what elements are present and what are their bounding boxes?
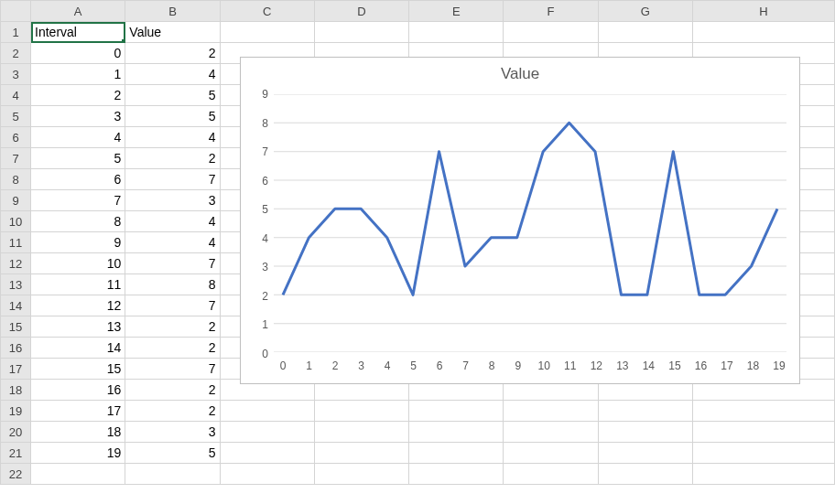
cell-B2[interactable]: 2 [125,43,220,64]
cell-B11[interactable]: 4 [125,232,220,253]
cell-H22[interactable] [693,464,835,485]
cell-C1[interactable] [220,22,314,43]
cell-A22[interactable] [31,464,125,485]
cell-C19[interactable] [220,401,314,422]
cell-A9[interactable]: 7 [31,190,125,211]
row-header-18[interactable]: 18 [1,380,31,401]
row-header-22[interactable]: 22 [1,464,31,485]
cell-G22[interactable] [598,464,692,485]
cell-A10[interactable]: 8 [31,211,125,232]
row-header-1[interactable]: 1 [1,22,31,43]
column-header-E[interactable]: E [409,1,504,22]
cell-F22[interactable] [504,464,598,485]
cell-D21[interactable] [314,443,408,464]
cell-F21[interactable] [504,443,598,464]
row-header-3[interactable]: 3 [1,64,31,85]
cell-A21[interactable]: 19 [31,443,125,464]
cell-G1[interactable] [598,22,692,43]
cell-F19[interactable] [504,401,598,422]
cell-B21[interactable]: 5 [125,443,220,464]
cell-B16[interactable]: 2 [125,338,220,359]
cell-B12[interactable]: 7 [125,253,220,274]
column-header-A[interactable]: A [31,1,125,22]
row-header-8[interactable]: 8 [1,169,31,190]
cell-B1[interactable]: Value [125,22,220,43]
cell-A11[interactable]: 9 [31,232,125,253]
cell-D20[interactable] [314,422,408,443]
cell-A8[interactable]: 6 [31,169,125,190]
row-header-16[interactable]: 16 [1,338,31,359]
cell-E1[interactable] [409,22,504,43]
cell-F1[interactable] [504,22,598,43]
cell-A15[interactable]: 13 [31,316,125,338]
row-header-20[interactable]: 20 [1,422,31,443]
embedded-chart[interactable]: Value 0123456789012345678910111213141516… [240,57,800,384]
row-header-5[interactable]: 5 [1,106,31,127]
cell-G20[interactable] [598,422,692,443]
column-header-B[interactable]: B [125,1,220,22]
column-header-D[interactable]: D [314,1,408,22]
row-header-21[interactable]: 21 [1,443,31,464]
row-header-2[interactable]: 2 [1,43,31,64]
cell-D19[interactable] [314,401,408,422]
row-header-9[interactable]: 9 [1,190,31,211]
cell-A14[interactable]: 12 [31,295,125,316]
cell-A12[interactable]: 10 [31,253,125,274]
cell-B17[interactable]: 7 [125,359,220,380]
column-header-G[interactable]: G [598,1,692,22]
cell-H1[interactable] [693,22,835,43]
cell-D22[interactable] [314,464,408,485]
column-header-F[interactable]: F [504,1,598,22]
cell-G19[interactable] [598,401,692,422]
cell-H21[interactable] [693,443,835,464]
cell-B8[interactable]: 7 [125,169,220,190]
row-header-14[interactable]: 14 [1,295,31,316]
cell-B3[interactable]: 4 [125,64,220,85]
cell-B20[interactable]: 3 [125,422,220,443]
cell-E19[interactable] [409,401,504,422]
cell-E20[interactable] [409,422,504,443]
cell-B10[interactable]: 4 [125,211,220,232]
cell-A19[interactable]: 17 [31,401,125,422]
cell-B15[interactable]: 2 [125,316,220,338]
cell-C21[interactable] [220,443,314,464]
row-header-17[interactable]: 17 [1,359,31,380]
cell-B6[interactable]: 4 [125,127,220,148]
select-all-corner[interactable] [1,1,31,22]
cell-C22[interactable] [220,464,314,485]
cell-A16[interactable]: 14 [31,338,125,359]
column-header-C[interactable]: C [220,1,314,22]
row-header-19[interactable]: 19 [1,401,31,422]
cell-B22[interactable] [125,464,220,485]
cell-H19[interactable] [693,401,835,422]
cell-B14[interactable]: 7 [125,295,220,316]
cell-A5[interactable]: 3 [31,106,125,127]
cell-H20[interactable] [693,422,835,443]
cell-A17[interactable]: 15 [31,359,125,380]
cell-B19[interactable]: 2 [125,401,220,422]
cell-E21[interactable] [409,443,504,464]
cell-B9[interactable]: 3 [125,190,220,211]
row-header-6[interactable]: 6 [1,127,31,148]
row-header-7[interactable]: 7 [1,148,31,169]
row-header-11[interactable]: 11 [1,232,31,253]
cell-F20[interactable] [504,422,598,443]
cell-A6[interactable]: 4 [31,127,125,148]
cell-C20[interactable] [220,422,314,443]
cell-A7[interactable]: 5 [31,148,125,169]
cell-B13[interactable]: 8 [125,274,220,295]
cell-A4[interactable]: 2 [31,85,125,106]
cell-A2[interactable]: 0 [31,43,125,64]
row-header-12[interactable]: 12 [1,253,31,274]
column-header-H[interactable]: H [693,1,835,22]
row-header-15[interactable]: 15 [1,316,31,338]
cell-A18[interactable]: 16 [31,380,125,401]
row-header-13[interactable]: 13 [1,274,31,295]
cell-G21[interactable] [598,443,692,464]
cell-A3[interactable]: 1 [31,64,125,85]
cell-B18[interactable]: 2 [125,380,220,401]
cell-B7[interactable]: 2 [125,148,220,169]
cell-A20[interactable]: 18 [31,422,125,443]
cell-D1[interactable] [314,22,408,43]
row-header-4[interactable]: 4 [1,85,31,106]
